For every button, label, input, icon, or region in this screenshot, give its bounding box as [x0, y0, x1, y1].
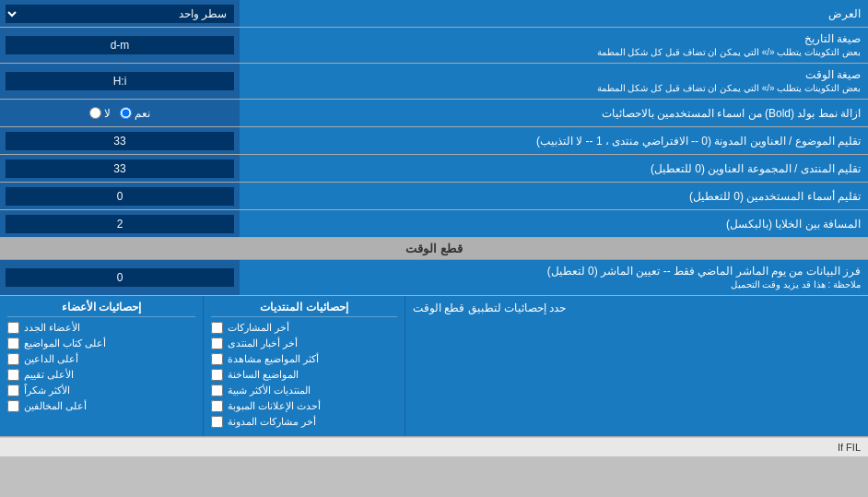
stat-forum-5: المنتديات الأكثر شبية [211, 385, 397, 396]
topic-subject-label: تقليم الموضوع / العناوين المدونة (0 -- ا… [240, 127, 868, 154]
remove-bold-radio-container: نعم لا [0, 100, 240, 126]
radio-yes-input[interactable] [120, 107, 132, 119]
statistics-main-label: حدد إحصائيات لتطبيق قطع الوقت [405, 296, 868, 436]
members-stats-col: إحصائيات الأعضاء الأعضاء الجدد أعلى كتاب… [0, 296, 203, 436]
member-names-input[interactable] [6, 187, 234, 206]
remove-bold-label: ازالة نمط بولد (Bold) من اسماء المستخدمي… [240, 100, 868, 126]
display-label: العرض [240, 0, 868, 27]
member-names-label: تقليم أسماء المستخدمين (0 للتعطيل) [240, 183, 868, 209]
stat-forum-3: أكثر المواضيع مشاهدة [211, 353, 397, 365]
stat-forum-7-checkbox[interactable] [211, 416, 223, 428]
stat-member-4-checkbox[interactable] [7, 369, 19, 381]
time-format-label: صيغة الوقتبعض التكوينات يتطلب «/» التي ي… [240, 64, 868, 99]
stat-member-1-checkbox[interactable] [7, 322, 19, 334]
date-format-input-container [0, 28, 240, 63]
space-between-input-container [0, 210, 240, 237]
cutoff-days-label: فرز البيانات من يوم الماشر الماضي فقط --… [240, 260, 868, 295]
time-format-input[interactable] [6, 72, 234, 90]
topic-subject-input-container [0, 127, 240, 154]
stat-forum-3-checkbox[interactable] [211, 353, 223, 365]
stat-member-3: أعلى الداعين [7, 353, 195, 365]
radio-yes: نعم [120, 107, 150, 120]
stat-member-1: الأعضاء الجدد [7, 322, 195, 334]
lines-per-post-select[interactable]: سطر واحد سطران ثلاثة أسطر [6, 5, 234, 23]
stat-forum-7: أخر مشاركات المدونة [211, 416, 397, 428]
stat-member-3-checkbox[interactable] [7, 353, 19, 365]
stat-member-6-checkbox[interactable] [7, 400, 19, 412]
members-stats-title: إحصائيات الأعضاء [7, 301, 195, 317]
date-format-label: صيغة التاريخبعض التكوينات يتطلب «/» التي… [240, 28, 868, 63]
member-names-input-container [0, 183, 240, 209]
stat-forum-6: أحدث الإعلانات المبوبة [211, 400, 397, 412]
stat-forum-4-checkbox[interactable] [211, 369, 223, 381]
cutoff-days-input[interactable] [6, 268, 234, 287]
radio-no-input[interactable] [89, 107, 101, 119]
stat-member-2: أعلى كتاب المواضيع [7, 337, 195, 349]
time-format-input-container [0, 64, 240, 99]
forum-addresses-input[interactable] [6, 160, 234, 178]
stat-forum-2: أخر أخبار المنتدى [211, 337, 397, 349]
lines-per-post-select-container: سطر واحد سطران ثلاثة أسطر [0, 0, 240, 27]
date-format-input[interactable] [6, 36, 234, 54]
stat-member-5-checkbox[interactable] [7, 385, 19, 396]
forums-stats-title: إحصائيات المنتديات [211, 301, 397, 317]
space-between-input[interactable] [6, 215, 234, 233]
forums-stats-col: إحصائيات المنتديات أخر المشاركات أخر أخب… [203, 296, 405, 436]
stat-forum-1-checkbox[interactable] [211, 322, 223, 334]
stat-member-5: الأكثر شكراً [7, 385, 195, 396]
stat-forum-2-checkbox[interactable] [211, 337, 223, 349]
stat-forum-6-checkbox[interactable] [211, 400, 223, 412]
stat-forum-5-checkbox[interactable] [211, 385, 223, 396]
stat-forum-4: المواضيع الساخنة [211, 369, 397, 381]
stat-member-2-checkbox[interactable] [7, 337, 19, 349]
cutoff-days-input-container [0, 260, 240, 295]
stat-member-6: أعلى المخالفين [7, 400, 195, 412]
forum-addresses-label: تقليم المنتدى / المجموعة العناوين (0 للت… [240, 155, 868, 182]
stat-member-4: الأعلى تقييم [7, 369, 195, 381]
time-cutoff-header: قطع الوقت [0, 238, 868, 260]
radio-no: لا [89, 107, 111, 120]
stat-forum-1: أخر المشاركات [211, 322, 397, 334]
if-fil-section: If FIL [0, 437, 868, 456]
space-between-label: المسافة بين الخلايا (بالبكسل) [240, 210, 868, 237]
topic-subject-input[interactable] [6, 132, 234, 150]
forum-addresses-input-container [0, 155, 240, 182]
